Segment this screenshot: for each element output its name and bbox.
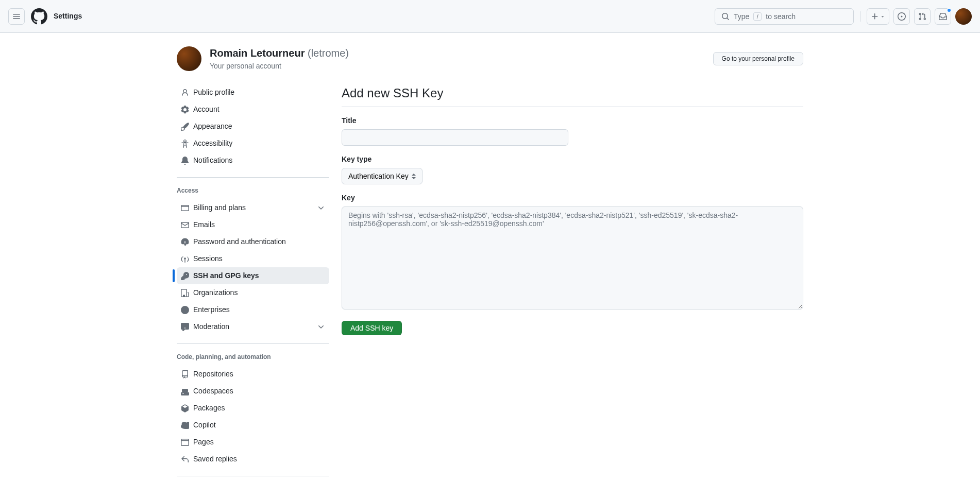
sidebar-item-notifications[interactable]: Notifications [177,152,329,169]
add-ssh-key-button[interactable]: Add SSH key [342,321,402,335]
shield-lock-icon [181,238,189,246]
sidebar-item-public-profile[interactable]: Public profile [177,84,329,101]
go-to-profile-button[interactable]: Go to your personal profile [713,52,803,65]
mail-icon [181,221,189,229]
sidebar-item-packages[interactable]: Packages [177,400,329,417]
keytype-select[interactable]: Authentication Key [342,168,423,184]
reply-icon [181,455,189,463]
user-avatar-menu[interactable] [955,8,972,25]
sidebar-item-organizations[interactable]: Organizations [177,284,329,301]
profile-username: (letrome) [308,47,349,59]
sidebar-item-accessibility[interactable]: Accessibility [177,135,329,152]
sidebar-item-label: Packages [193,403,225,414]
sidebar-item-label: Organizations [193,287,238,298]
title-label: Title [342,115,803,126]
sidebar-item-label: Emails [193,219,215,230]
sidebar-item-password-and-authentication[interactable]: Password and authentication [177,233,329,250]
sidebar-item-label: Password and authentication [193,236,286,247]
repo-icon [181,370,189,378]
sidebar-item-label: Billing and plans [193,202,246,213]
profile-text: Romain Letourneur (letrome) Your persona… [210,45,349,72]
sidebar-divider [177,343,329,344]
hamburger-icon [12,12,21,21]
sidebar-item-label: Pages [193,437,214,447]
key-form-group: Key [342,193,803,313]
paintbrush-icon [181,123,189,131]
profile-avatar[interactable] [177,46,201,71]
codespaces-icon [181,387,189,395]
keytype-form-group: Key type Authentication Key [342,154,803,184]
key-textarea[interactable] [342,206,803,309]
sidebar-item-saved-replies[interactable]: Saved replies [177,451,329,468]
sidebar-heading-access: Access [177,182,329,199]
report-icon [181,323,189,331]
sidebar-item-label: Copilot [193,420,216,431]
pull-requests-button[interactable] [914,8,931,25]
search-placeholder-prefix: Type [734,12,749,21]
package-icon [181,404,189,412]
sidebar-item-label: Account [193,104,219,115]
sidebar-item-copilot[interactable]: Copilot [177,417,329,434]
profile-header-left: Romain Letourneur (letrome) Your persona… [177,45,349,72]
profile-name-line: Romain Letourneur (letrome) [210,45,349,61]
profile-fullname: Romain Letourneur [210,47,305,59]
accessibility-icon [181,140,189,148]
issues-button[interactable] [893,8,910,25]
sidebar-item-label: Moderation [193,321,229,332]
sidebar-item-codespaces[interactable]: Codespaces [177,383,329,400]
sidebar-heading-code: Code, planning, and automation [177,348,329,366]
page-title: Add new SSH Key [342,84,803,107]
create-new-button[interactable] [867,8,889,25]
organization-icon [181,289,189,297]
global-search-button[interactable]: Type / to search [715,8,854,25]
select-caret-icon [412,174,416,179]
globe-icon [181,306,189,314]
sidebar-item-pages[interactable]: Pages [177,434,329,451]
copilot-icon [181,421,189,429]
sidebar-item-label: SSH and GPG keys [193,270,259,281]
sidebar-item-label: Repositories [193,369,233,380]
browser-icon [181,438,189,446]
profile-header: Romain Letourneur (letrome) Your persona… [177,45,803,72]
sidebar-item-enterprises[interactable]: Enterprises [177,301,329,318]
plus-icon [871,12,879,21]
keytype-selected-value: Authentication Key [348,172,409,180]
bell-icon [181,157,189,165]
credit-card-icon [181,204,189,212]
sidebar-item-moderation[interactable]: Moderation [177,318,329,335]
github-logo-link[interactable] [31,8,47,25]
settings-layout: Public profileAccountAppearanceAccessibi… [177,84,803,482]
sidebar-item-account[interactable]: Account [177,101,329,118]
sidebar-item-label: Accessibility [193,138,232,149]
broadcast-icon [181,255,189,263]
gear-icon [181,106,189,114]
sidebar-item-appearance[interactable]: Appearance [177,118,329,135]
sidebar-item-ssh-and-gpg-keys[interactable]: SSH and GPG keys [177,267,329,284]
search-placeholder-suffix: to search [766,12,796,21]
profile-subtitle: Your personal account [210,61,349,72]
issue-opened-icon [898,12,906,21]
sidebar-divider [177,177,329,178]
title-input[interactable] [342,129,568,146]
global-header: Settings Type / to search [0,0,980,33]
sidebar-item-repositories[interactable]: Repositories [177,366,329,383]
sidebar-item-label: Saved replies [193,454,237,464]
sidebar-item-billing-and-plans[interactable]: Billing and plans [177,199,329,216]
nav-menu-button[interactable] [8,8,25,25]
settings-sidebar: Public profileAccountAppearanceAccessibi… [177,84,329,482]
sidebar-item-sessions[interactable]: Sessions [177,250,329,267]
header-left: Settings [8,8,82,25]
sidebar-item-label: Codespaces [193,386,233,397]
person-icon [181,89,189,97]
inbox-icon [939,12,947,21]
title-form-group: Title [342,115,803,146]
keytype-label: Key type [342,154,803,165]
git-pull-request-icon [918,12,926,21]
sidebar-item-emails[interactable]: Emails [177,216,329,233]
header-context-title: Settings [54,11,82,22]
notifications-button[interactable] [935,8,951,25]
chevron-down-icon [317,204,325,212]
key-label: Key [342,193,803,203]
github-logo-icon [31,8,47,25]
sidebar-item-label: Notifications [193,155,232,166]
